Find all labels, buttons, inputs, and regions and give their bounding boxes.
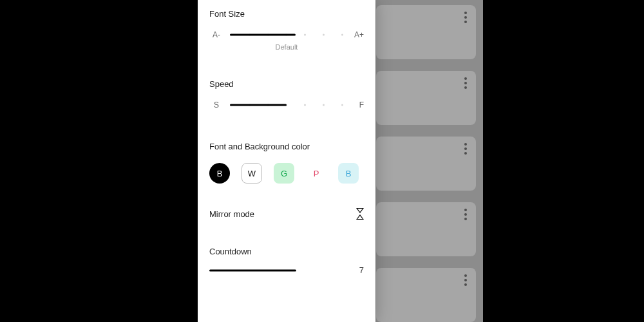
more-icon[interactable] (464, 143, 467, 155)
font-size-slider[interactable]: A- A+ (209, 30, 364, 39)
speed-section: Speed S F (209, 79, 364, 109)
countdown-title: Countdown (209, 247, 364, 256)
list-card (376, 5, 476, 59)
font-size-section: Font Size A- A+ Default (209, 9, 364, 51)
list-card (376, 137, 476, 191)
more-icon[interactable] (464, 209, 467, 220)
more-icon[interactable] (464, 12, 467, 23)
list-card (376, 71, 476, 125)
color-option-black[interactable]: B (209, 163, 230, 184)
color-option-white[interactable]: W (242, 163, 262, 184)
font-size-caption: Default (209, 43, 364, 51)
font-size-min-label: A- (209, 30, 223, 39)
more-icon[interactable] (464, 274, 467, 286)
mirror-mode-label: Mirror mode (209, 209, 254, 219)
speed-track[interactable] (230, 102, 343, 108)
color-option-blue[interactable]: B (338, 163, 359, 184)
color-option-green[interactable]: G (274, 163, 294, 184)
color-option-pink[interactable]: P (306, 163, 327, 184)
list-card (376, 268, 476, 322)
mirror-mode-icon[interactable] (356, 208, 364, 220)
countdown-value: 7 (354, 265, 364, 275)
speed-min-label: S (209, 100, 223, 109)
more-icon[interactable] (464, 77, 467, 89)
speed-slider[interactable]: S F (209, 100, 364, 109)
color-section: Font and Background color B W G P B (209, 142, 364, 184)
settings-panel: Font Size A- A+ Default Speed S F Font a… (198, 0, 375, 322)
font-size-max-label: A+ (350, 30, 364, 39)
font-size-track[interactable] (230, 32, 343, 38)
color-options-row: B W G P B (209, 163, 364, 184)
speed-max-label: F (350, 100, 364, 109)
list-card (376, 202, 476, 256)
mirror-mode-row: Mirror mode (209, 208, 364, 220)
font-size-title: Font Size (209, 9, 364, 19)
countdown-slider[interactable] (209, 267, 343, 274)
speed-title: Speed (209, 79, 364, 89)
color-title: Font and Background color (209, 142, 364, 151)
countdown-section: Countdown 7 (209, 247, 364, 275)
